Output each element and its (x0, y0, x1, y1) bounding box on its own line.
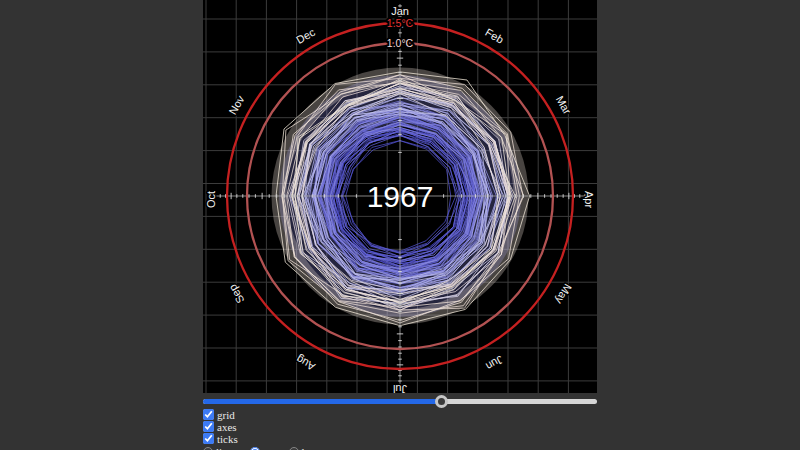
month-label: Jul (393, 383, 407, 394)
scale-option-linear: linear (203, 446, 241, 450)
slider-thumb[interactable] (435, 395, 448, 408)
display-toggles: gridaxesticks (203, 409, 597, 444)
grid-checkbox-label: grid (217, 409, 235, 421)
axes-checkbox-label: axes (217, 421, 237, 433)
scale-radio-label-log: log (302, 446, 316, 450)
grid-checkbox[interactable] (203, 409, 214, 420)
month-label: Apr (583, 191, 595, 208)
temperature-ring-label: 1.5°C (387, 17, 414, 29)
month-label: Jan (391, 5, 409, 17)
scale-radio-log[interactable] (289, 447, 299, 450)
scale-option-sqrt: sqrt (250, 446, 280, 450)
scale-radio-label-sqrt: sqrt (263, 446, 280, 450)
axes-checkbox[interactable] (203, 421, 214, 432)
slider-fill (203, 399, 441, 404)
center-year-label: 1967 (367, 180, 434, 213)
ticks-toggle-row: ticks (203, 433, 597, 444)
scale-radio-sqrt[interactable] (250, 447, 260, 450)
scale-option-log: log (289, 446, 316, 450)
temperature-ring-label: 1.0°C (387, 37, 414, 49)
climate-spiral-chart: 1.5°C1.0°CJanFebMarAprMayJunJulAugSepOct… (203, 0, 597, 393)
scale-radio-label-linear: linear (216, 446, 241, 450)
slider-track[interactable] (203, 399, 597, 404)
axes-toggle-row: axes (203, 421, 597, 432)
year-slider[interactable] (203, 395, 597, 408)
climate-spiral-app: 1.5°C1.0°CJanFebMarAprMayJunJulAugSepOct… (203, 0, 597, 450)
ticks-checkbox[interactable] (203, 433, 214, 444)
ticks-checkbox-label: ticks (217, 433, 238, 445)
month-label: Oct (205, 191, 217, 208)
grid-toggle-row: grid (203, 409, 597, 420)
scale-radio-linear[interactable] (203, 447, 213, 450)
scale-options: linearsqrtlog (203, 446, 597, 450)
